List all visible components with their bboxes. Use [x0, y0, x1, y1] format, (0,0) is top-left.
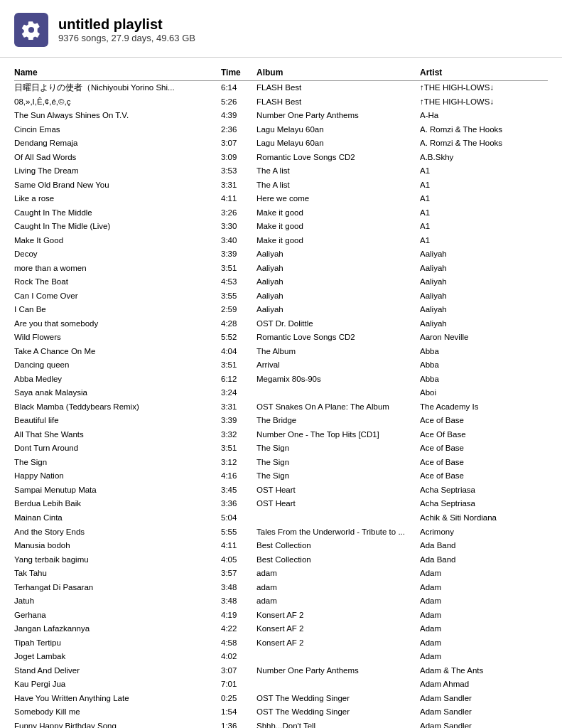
song-album: Aaliyah	[256, 275, 420, 289]
table-row[interactable]: Funny Happy Birthday Song1:36Shhh...Don'…	[14, 719, 548, 728]
table-row[interactable]: Wild Flowers5:52Romantic Love Songs CD2A…	[14, 331, 548, 345]
table-row[interactable]: Sampai Menutup Mata3:45OST HeartAcha Sep…	[14, 483, 548, 498]
table-row[interactable]: I Can Be2:59AaliyahAaliyah	[14, 303, 548, 317]
table-row[interactable]: Can I Come Over3:55AaliyahAaliyah	[14, 289, 548, 304]
song-time: 3:09	[221, 151, 256, 165]
table-row[interactable]: Gerhana4:19Konsert AF 2Adam	[14, 609, 548, 623]
song-artist: Adam & The Ants	[420, 664, 548, 678]
table-row[interactable]: Caught In The Middle3:26Make it goodA1	[14, 206, 548, 220]
song-album: The Album	[256, 345, 420, 359]
song-name: Sampai Menutup Mata	[14, 483, 221, 498]
table-row[interactable]: The Sun Always Shines On T.V.4:39Number …	[14, 109, 548, 123]
table-row[interactable]: more than a women3:51AaliyahAaliyah	[14, 262, 548, 276]
song-time: 3:48	[221, 581, 256, 595]
song-album: adam	[256, 581, 420, 595]
table-row[interactable]: Saya anak Malaysia3:24Aboi	[14, 386, 548, 400]
song-album: OST Heart	[256, 483, 420, 498]
table-row[interactable]: 08,»,I,Ê,¢,é,©,ç5:26FLASH Best↑THE HIGH-…	[14, 95, 548, 109]
table-row[interactable]: Tak Tahu3:57adamAdam	[14, 567, 548, 581]
song-artist: A.B.Skhy	[420, 151, 548, 165]
song-time: 3:51	[221, 358, 256, 373]
table-row[interactable]: The Sign3:12The SignAce of Base	[14, 456, 548, 470]
table-row[interactable]: Decoy3:39AaliyahAaliyah	[14, 247, 548, 262]
song-artist: Ace Of Base	[420, 428, 548, 442]
song-artist: A1	[420, 206, 548, 220]
table-row[interactable]: Beautiful life3:39The BridgeAce of Base	[14, 414, 548, 428]
playlist-title: untitled playlist	[58, 16, 195, 33]
song-time: 2:59	[221, 303, 256, 317]
song-time: 3:39	[221, 414, 256, 428]
table-row[interactable]: All That She Wants3:32Number One - The T…	[14, 428, 548, 442]
song-album: adam	[256, 594, 420, 609]
song-album: Lagu Melayu 60an	[256, 136, 420, 151]
song-album: The Sign	[256, 456, 420, 470]
table-row[interactable]: Have You Written Anything Late0:25OST Th…	[14, 692, 548, 706]
song-name: Dancing queen	[14, 358, 221, 373]
table-row[interactable]: Jatuh3:48adamAdam	[14, 594, 548, 609]
song-artist: Abba	[420, 373, 548, 387]
table-row[interactable]: Take A Chance On Me4:04The AlbumAbba	[14, 345, 548, 359]
song-album: The A list	[256, 178, 420, 193]
table-row[interactable]: Abba Medley6:12Megamix 80s-90sAbba	[14, 373, 548, 387]
table-row[interactable]: Like a rose4:11Here we comeA1	[14, 192, 548, 206]
song-artist: Aaliyah	[420, 317, 548, 331]
song-name: Terhangat Di Pasaran	[14, 581, 221, 595]
table-row[interactable]: Yang terbaik bagimu4:05Best CollectionAd…	[14, 553, 548, 567]
song-time: 6:12	[221, 373, 256, 387]
column-time: Time	[221, 65, 256, 81]
song-artist: Aboi	[420, 386, 548, 400]
song-name: Dendang Remaja	[14, 136, 221, 151]
song-time: 3:40	[221, 234, 256, 248]
song-name: Funny Happy Birthday Song	[14, 719, 221, 728]
song-album: Aaliyah	[256, 289, 420, 304]
song-name: 08,»,I,Ê,¢,é,©,ç	[14, 95, 221, 109]
song-time: 0:25	[221, 692, 256, 706]
table-row[interactable]: Manusia bodoh4:11Best CollectionAda Band	[14, 539, 548, 553]
table-row[interactable]: Make It Good3:40Make it goodA1	[14, 234, 548, 248]
song-list-container: Name Time Album Artist 日曜日よりの使者（Nichiyou…	[0, 58, 562, 728]
song-artist: Aaliyah	[420, 247, 548, 262]
table-row[interactable]: Mainan Cinta5:04Achik & Siti Nordiana	[14, 511, 548, 525]
song-album: Aaliyah	[256, 262, 420, 276]
table-row[interactable]: Joget Lambak4:02Adam	[14, 650, 548, 664]
song-time: 3:32	[221, 428, 256, 442]
song-time: 3:12	[221, 456, 256, 470]
table-row[interactable]: Are you that somebody4:28OST Dr. Dolittl…	[14, 317, 548, 331]
table-row[interactable]: Berdua Lebih Baik3:36OST HeartAcha Septr…	[14, 497, 548, 511]
table-row[interactable]: Stand And Deliver3:07Number One Party An…	[14, 664, 548, 678]
song-artist: ↑THE HIGH-LOWS↓	[420, 95, 548, 109]
song-artist: Aaliyah	[420, 289, 548, 304]
table-row[interactable]: Kau Pergi Jua7:01Adam Ahmad	[14, 678, 548, 692]
table-row[interactable]: Tipah Tertipu4:58Konsert AF 2Adam	[14, 636, 548, 651]
song-name: Joget Lambak	[14, 650, 221, 664]
table-row[interactable]: Same Old Brand New You3:31The A listA1	[14, 178, 548, 193]
song-name: Jatuh	[14, 594, 221, 609]
song-name: Berdua Lebih Baik	[14, 497, 221, 511]
song-artist: A1	[420, 220, 548, 234]
song-time: 4:11	[221, 192, 256, 206]
column-name: Name	[14, 65, 221, 81]
song-artist: Adam	[420, 636, 548, 651]
song-name: Cincin Emas	[14, 123, 221, 137]
song-time: 3:30	[221, 220, 256, 234]
table-row[interactable]: Dont Turn Around3:51The SignAce of Base	[14, 441, 548, 456]
song-artist: Ace of Base	[420, 414, 548, 428]
table-row[interactable]: Black Mamba (Teddybears Remix)3:31OST Sn…	[14, 400, 548, 414]
table-row[interactable]: And the Story Ends5:55Tales From the Und…	[14, 525, 548, 540]
song-album: Megamix 80s-90s	[256, 373, 420, 387]
table-row[interactable]: Living The Dream3:53The A listA1	[14, 164, 548, 178]
table-row[interactable]: Rock The Boat4:53AaliyahAaliyah	[14, 275, 548, 289]
table-row[interactable]: Happy Nation4:16The SignAce of Base	[14, 469, 548, 483]
table-row[interactable]: 日曜日よりの使者（Nichiyoubi Yorino Shi...6:14FLA…	[14, 81, 548, 95]
table-row[interactable]: Caught In The Midle (Live)3:30Make it go…	[14, 220, 548, 234]
song-artist: Ada Band	[420, 553, 548, 567]
table-row[interactable]: Dendang Remaja3:07Lagu Melayu 60anA. Rom…	[14, 136, 548, 151]
table-row[interactable]: Jangan Lafazkannya4:22Konsert AF 2Adam	[14, 622, 548, 636]
table-row[interactable]: Somebody Kill me1:54OST The Wedding Sing…	[14, 705, 548, 719]
song-album: Make it good	[256, 220, 420, 234]
table-row[interactable]: Terhangat Di Pasaran3:48adamAdam	[14, 581, 548, 595]
song-artist: A1	[420, 178, 548, 193]
table-row[interactable]: Cincin Emas2:36Lagu Melayu 60anA. Romzi …	[14, 123, 548, 137]
table-row[interactable]: Dancing queen3:51ArrivalAbba	[14, 358, 548, 373]
table-row[interactable]: Of All Sad Words3:09Romantic Love Songs …	[14, 151, 548, 165]
